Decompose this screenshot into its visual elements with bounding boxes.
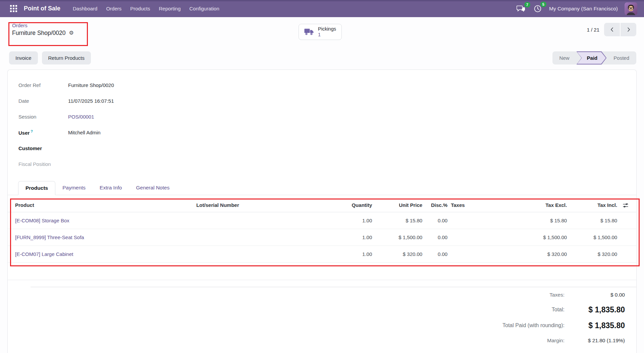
notebook-tabs: Products Payments Extra Info General Not… — [8, 181, 636, 195]
status-posted[interactable]: Posted — [606, 51, 636, 64]
field-order-ref-label: Order Ref — [18, 82, 68, 88]
field-order-ref-value: Furniture Shop/0020 — [68, 82, 114, 88]
cell-quantity: 1.00 — [328, 246, 376, 262]
company-switcher[interactable]: My Company (San Francisco) — [549, 6, 618, 12]
nav-reporting[interactable]: Reporting — [154, 6, 185, 11]
breadcrumb: Orders Furniture Shop/0020 ⚙ — [12, 22, 74, 37]
breadcrumb-current: Furniture Shop/0020 ⚙ — [12, 30, 74, 37]
cell-unit-price: $ 1,500.00 — [375, 229, 426, 246]
help-icon: ? — [31, 129, 33, 133]
return-products-button[interactable]: Return Products — [42, 51, 91, 64]
tab-extra-info[interactable]: Extra Info — [93, 181, 129, 195]
col-unit-price: Unit Price — [375, 198, 426, 212]
chevron-left-icon — [609, 27, 615, 33]
totals-total-value: $ 1,835.80 — [565, 305, 625, 314]
cell-tax-incl: $ 320.00 — [570, 246, 621, 262]
nav-products[interactable]: Products — [126, 6, 154, 11]
totals-paid-value: $ 1,835.80 — [565, 321, 625, 330]
col-options — [621, 198, 636, 212]
nav-configuration[interactable]: Configuration — [185, 6, 224, 11]
navbar-left: Point of Sale Dashboard Orders Products … — [9, 0, 224, 17]
pager-value[interactable]: 1 / 21 — [587, 27, 599, 33]
messages-button[interactable]: 7 — [516, 4, 526, 13]
cell-tax-excl: $ 15.80 — [520, 212, 570, 229]
product-link[interactable]: [FURN_8999] Three-Seat Sofa — [15, 234, 84, 240]
order-form-sheet: Order Ref Furniture Shop/0020 Date 11/07… — [7, 70, 637, 353]
pickings-smart-button[interactable]: Pickings 1 — [299, 24, 342, 40]
field-customer-label: Customer — [18, 145, 68, 151]
cell-product: [E-COM08] Storage Box — [8, 212, 196, 229]
field-fiscal-position: Fiscal Position — [8, 156, 636, 172]
cell-disc: 0.00 — [426, 212, 451, 229]
products-table: Product Lot/serial Number Quantity Unit … — [8, 198, 636, 263]
apps-grid-icon — [10, 5, 17, 12]
totals-taxes-label: Taxes: — [549, 292, 565, 298]
cell-tax-excl: $ 320.00 — [520, 246, 570, 262]
gear-icon[interactable]: ⚙ — [69, 30, 74, 36]
cell-options — [621, 246, 636, 262]
breadcrumb-orders-link[interactable]: Orders — [12, 22, 74, 29]
pickings-label: Pickings — [318, 26, 336, 32]
chevron-right-icon — [626, 27, 632, 33]
cell-options — [621, 212, 636, 229]
cell-tax-excl: $ 1,500.00 — [520, 229, 570, 246]
nav-dashboard[interactable]: Dashboard — [68, 6, 102, 11]
col-lot-serial: Lot/serial Number — [196, 198, 328, 212]
cell-taxes — [451, 229, 520, 246]
table-row[interactable]: [E-COM08] Storage Box 1.00 $ 15.80 0.00 … — [8, 212, 636, 229]
main-menu: Dashboard Orders Products Reporting Conf… — [68, 0, 224, 17]
top-navbar: Point of Sale Dashboard Orders Products … — [0, 0, 644, 17]
control-panel: Orders Furniture Shop/0020 ⚙ Pickings 1 … — [0, 17, 644, 49]
action-row: Invoice Return Products New Paid Posted — [0, 49, 644, 70]
pager-buttons — [604, 23, 636, 36]
status-bar: New Paid Posted — [552, 51, 636, 64]
totals-block: Taxes: $ 0.00 Total: $ 1,835.80 Total Pa… — [8, 288, 636, 348]
tab-products[interactable]: Products — [18, 181, 55, 195]
field-session-value[interactable]: POS/00001 — [68, 114, 94, 120]
nav-orders[interactable]: Orders — [102, 6, 126, 11]
totals-margin-value: $ 21.80 (1.19%) — [565, 338, 625, 344]
cell-product: [FURN_8999] Three-Seat Sofa — [8, 229, 196, 246]
apps-menu-button[interactable] — [9, 4, 18, 13]
cell-taxes — [451, 212, 520, 229]
col-tax-excl: Tax Excl. — [520, 198, 570, 212]
cell-unit-price: $ 15.80 — [375, 212, 426, 229]
totals-margin: Margin: $ 21.80 (1.19%) — [8, 334, 625, 348]
totals-total: Total: $ 1,835.80 — [8, 302, 625, 318]
table-row[interactable]: [FURN_8999] Three-Seat Sofa 1.00 $ 1,500… — [8, 229, 636, 246]
totals-paid: Total Paid (with rounding): $ 1,835.80 — [8, 318, 625, 334]
totals-taxes: Taxes: $ 0.00 — [8, 288, 625, 302]
pager-next-button[interactable] — [621, 23, 636, 36]
field-session: Session POS/00001 — [8, 109, 636, 125]
cell-disc: 0.00 — [426, 229, 451, 246]
col-tax-incl: Tax Incl. — [570, 198, 621, 212]
user-avatar[interactable] — [625, 2, 637, 15]
product-link[interactable]: [E-COM07] Large Cabinet — [15, 251, 73, 257]
tab-payments[interactable]: Payments — [55, 181, 93, 195]
totals-taxes-value: $ 0.00 — [565, 292, 625, 298]
field-session-label: Session — [18, 114, 68, 120]
messages-badge: 7 — [524, 2, 530, 7]
optional-columns-button[interactable] — [623, 203, 629, 208]
table-empty-row — [8, 263, 636, 280]
tab-general-notes[interactable]: General Notes — [129, 181, 176, 195]
cell-disc: 0.00 — [426, 246, 451, 262]
totals-total-label: Total: — [552, 307, 565, 313]
status-new[interactable]: New — [552, 51, 577, 64]
field-user-value: Mitchell Admin — [68, 130, 101, 135]
cell-options — [621, 229, 636, 246]
activities-badge: 5 — [540, 2, 546, 7]
avatar-image-icon — [625, 2, 637, 15]
pager-previous-button[interactable] — [604, 23, 620, 36]
field-date-value: 11/07/2025 16:07:51 — [68, 98, 114, 104]
sliders-icon — [623, 203, 629, 208]
col-product: Product — [8, 198, 196, 212]
table-row[interactable]: [E-COM07] Large Cabinet 1.00 $ 320.00 0.… — [8, 246, 636, 262]
activities-button[interactable]: 5 — [533, 4, 542, 13]
product-link[interactable]: [E-COM08] Storage Box — [15, 218, 69, 223]
totals-margin-label: Margin: — [547, 338, 565, 344]
cell-taxes — [451, 246, 520, 262]
invoice-button[interactable]: Invoice — [9, 51, 38, 64]
status-paid[interactable]: Paid — [577, 51, 607, 64]
app-title[interactable]: Point of Sale — [24, 5, 60, 12]
